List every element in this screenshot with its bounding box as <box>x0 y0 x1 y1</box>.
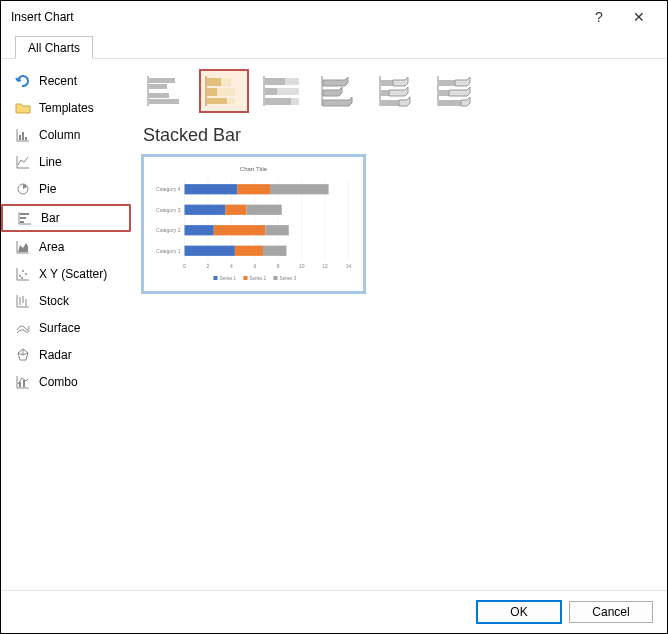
svg-text:Category 1: Category 1 <box>156 248 181 254</box>
svg-rect-50 <box>265 98 291 105</box>
svg-rect-81 <box>214 225 266 235</box>
svg-rect-86 <box>263 246 286 256</box>
svg-rect-37 <box>149 99 179 104</box>
sidebar-item-label: Combo <box>39 375 78 389</box>
svg-rect-72 <box>185 184 238 194</box>
svg-rect-90 <box>244 276 248 280</box>
help-button[interactable]: ? <box>579 9 619 25</box>
svg-rect-40 <box>221 78 231 86</box>
subtype-3d-clustered-bar[interactable] <box>315 69 365 113</box>
svg-rect-10 <box>20 213 29 215</box>
sidebar-item-label: Stock <box>39 294 69 308</box>
svg-rect-92 <box>274 276 278 280</box>
svg-rect-78 <box>247 205 282 215</box>
svg-rect-44 <box>227 98 235 104</box>
svg-text:2: 2 <box>207 263 210 269</box>
surface-chart-icon <box>15 320 31 336</box>
sidebar-item-combo[interactable]: Combo <box>1 370 131 394</box>
svg-text:6: 6 <box>253 263 256 269</box>
dialog-title: Insert Chart <box>11 10 579 24</box>
svg-text:Chart Title: Chart Title <box>240 166 268 172</box>
tabbar: All Charts <box>1 33 667 59</box>
sidebar-item-label: Line <box>39 155 62 169</box>
chart-preview[interactable]: Chart Title02468101214Category 4Category… <box>141 154 366 294</box>
line-chart-icon <box>15 154 31 170</box>
svg-text:Series 3: Series 3 <box>280 276 297 281</box>
svg-rect-39 <box>207 78 221 86</box>
sidebar-item-area[interactable]: Area <box>1 235 131 259</box>
column-chart-icon <box>15 127 31 143</box>
svg-point-20 <box>21 277 23 279</box>
subtype-100-stacked-bar[interactable] <box>257 69 307 113</box>
svg-text:Series 1: Series 1 <box>220 276 237 281</box>
sidebar-item-column[interactable]: Column <box>1 123 131 147</box>
tab-all-charts[interactable]: All Charts <box>15 36 93 59</box>
svg-rect-74 <box>270 184 329 194</box>
svg-text:0: 0 <box>183 263 186 269</box>
sidebar-item-bar[interactable]: Bar <box>1 204 131 232</box>
insert-chart-dialog: Insert Chart ? ✕ All Charts Recent Templ… <box>0 0 668 634</box>
dialog-body: Recent Templates Column Line <box>1 59 667 591</box>
svg-rect-49 <box>277 88 299 95</box>
area-chart-icon <box>15 239 31 255</box>
sidebar-item-stock[interactable]: Stock <box>1 289 131 313</box>
svg-text:10: 10 <box>299 263 305 269</box>
svg-rect-12 <box>20 221 24 223</box>
subtype-title: Stacked Bar <box>143 125 657 146</box>
svg-rect-82 <box>265 225 288 235</box>
sidebar-item-scatter[interactable]: X Y (Scatter) <box>1 262 131 286</box>
subtype-stacked-bar[interactable] <box>199 69 249 113</box>
svg-rect-36 <box>149 93 169 98</box>
close-button[interactable]: ✕ <box>619 9 659 25</box>
ok-button[interactable]: OK <box>477 601 561 623</box>
sidebar-item-templates[interactable]: Templates <box>1 96 131 120</box>
cancel-button[interactable]: Cancel <box>569 601 653 623</box>
svg-rect-4 <box>25 137 27 140</box>
sidebar-item-label: Templates <box>39 101 94 115</box>
combo-chart-icon <box>15 374 31 390</box>
svg-text:8: 8 <box>277 263 280 269</box>
svg-text:Category 4: Category 4 <box>156 186 181 192</box>
dialog-footer: OK Cancel <box>1 591 667 633</box>
subtype-3d-stacked-bar[interactable] <box>373 69 423 113</box>
svg-rect-3 <box>22 132 24 140</box>
svg-text:Category 2: Category 2 <box>156 227 181 233</box>
svg-text:12: 12 <box>322 263 328 269</box>
svg-text:Series 2: Series 2 <box>250 276 267 281</box>
svg-rect-46 <box>265 78 285 85</box>
sidebar-item-surface[interactable]: Surface <box>1 316 131 340</box>
svg-point-17 <box>19 275 21 277</box>
svg-rect-43 <box>207 98 227 104</box>
svg-text:14: 14 <box>346 263 352 269</box>
svg-rect-11 <box>20 217 26 219</box>
svg-rect-32 <box>23 380 25 387</box>
sidebar-item-label: Recent <box>39 74 77 88</box>
sidebar-item-label: Pie <box>39 182 56 196</box>
scatter-chart-icon <box>15 266 31 282</box>
svg-rect-88 <box>214 276 218 280</box>
titlebar: Insert Chart ? ✕ <box>1 1 667 33</box>
sidebar-item-radar[interactable]: Radar <box>1 343 131 367</box>
sidebar-item-recent[interactable]: Recent <box>1 69 131 93</box>
svg-text:4: 4 <box>230 263 233 269</box>
folder-icon <box>15 100 31 116</box>
chart-main-panel: Stacked Bar Chart Title02468101214Catego… <box>131 59 667 590</box>
radar-chart-icon <box>15 347 31 363</box>
sidebar-item-line[interactable]: Line <box>1 150 131 174</box>
stock-chart-icon <box>15 293 31 309</box>
svg-rect-76 <box>185 205 226 215</box>
sidebar-item-label: Radar <box>39 348 72 362</box>
svg-rect-84 <box>185 246 235 256</box>
svg-rect-42 <box>217 88 235 96</box>
svg-point-18 <box>22 270 24 272</box>
svg-rect-41 <box>207 88 217 96</box>
sidebar-item-pie[interactable]: Pie <box>1 177 131 201</box>
subtype-clustered-bar[interactable] <box>141 69 191 113</box>
svg-text:Category 3: Category 3 <box>156 207 181 213</box>
sidebar-item-label: Bar <box>41 211 60 225</box>
svg-rect-35 <box>149 84 167 89</box>
subtype-3d-100-stacked-bar[interactable] <box>431 69 481 113</box>
chart-category-list: Recent Templates Column Line <box>1 59 131 590</box>
svg-point-19 <box>25 273 27 275</box>
chart-subtype-bar <box>141 69 657 113</box>
